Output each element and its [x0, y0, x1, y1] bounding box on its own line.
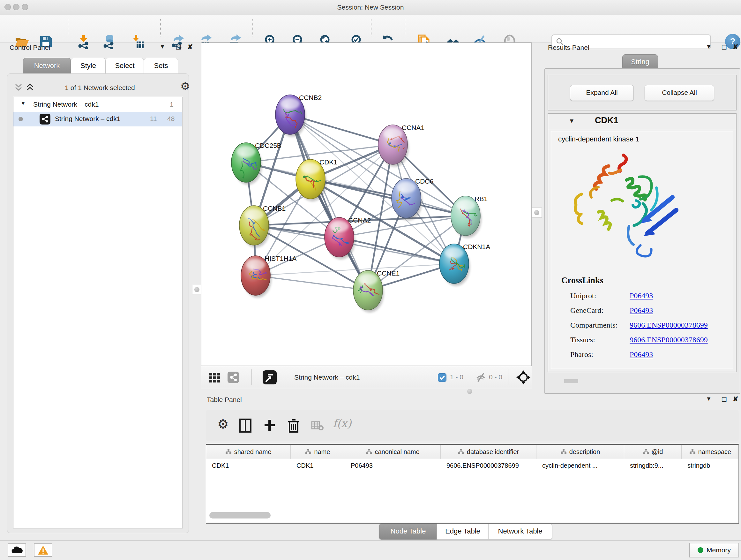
network-options-gear[interactable]: ⚙ [180, 81, 190, 91]
birdseye-grid-icon[interactable] [209, 372, 220, 383]
gene-description: cyclin-dependent kinase 1 [558, 135, 639, 143]
network-canvas[interactable]: CCNB2CCNA1CDC25BCDK1CDC6RB1CCNB1CCNA2CDK… [201, 43, 532, 366]
toolbar-divider [252, 369, 252, 385]
column-header-namespace[interactable]: namespace [682, 445, 739, 459]
panel-maximize-button[interactable]: ◻ [176, 43, 181, 51]
collapse-all-button[interactable]: Collapse All [645, 85, 714, 101]
column-header-label: canonical name [375, 448, 419, 455]
panel-close-button[interactable]: ✘ [733, 44, 738, 50]
expand-all-icon[interactable] [26, 83, 37, 91]
delete-column-icon[interactable] [287, 419, 300, 433]
node-CDC6[interactable]: CDC6 [392, 178, 433, 220]
crosslink-tissues[interactable]: 9606.ENSP00000378699 [630, 335, 708, 344]
column-header-name[interactable]: name [291, 445, 345, 459]
panel-float-button[interactable]: ▼ [706, 395, 712, 402]
column-header-label: database identifier [467, 448, 519, 455]
cloud-status-button[interactable] [8, 543, 26, 557]
column-header-description[interactable]: description [536, 445, 624, 459]
node-CDK1[interactable]: CDK1 [296, 159, 337, 201]
column-type-icon [225, 449, 232, 455]
panel-maximize-button[interactable]: ◻ [721, 395, 727, 403]
edge-CCNB2-CCNE1[interactable] [290, 115, 368, 290]
left-splitter-handle[interactable] [192, 285, 202, 294]
memory-label: Memory [706, 546, 731, 554]
node-CCNB1[interactable]: CCNB1 [239, 205, 286, 247]
column-header-shared-name[interactable]: shared name [206, 445, 291, 459]
crosslink-label: Pharos: [570, 350, 593, 359]
node-CDKN1A[interactable]: CDKN1A [440, 243, 490, 286]
selected-count: 1 - 0 [450, 373, 463, 381]
crosslink-pharos[interactable]: P06493 [630, 350, 653, 359]
column-header-label: description [569, 448, 600, 455]
network-graph[interactable]: CCNB2CCNA1CDC25BCDK1CDC6RB1CCNB1CCNA2CDK… [201, 43, 531, 366]
node-CCNE1[interactable]: CCNE1 [353, 269, 400, 312]
crosslink-compartments[interactable]: 9606.ENSP00000378699 [630, 321, 708, 329]
tab-network-table[interactable]: Network Table [488, 523, 552, 540]
node-RB1[interactable]: RB1 [451, 195, 488, 238]
panel-maximize-button[interactable]: ◻ [721, 43, 727, 51]
panel-float-button[interactable]: ▼ [159, 44, 165, 50]
crosslink-uniprot[interactable]: P06493 [630, 292, 653, 300]
show-columns-icon[interactable] [239, 419, 252, 433]
table-settings-gear[interactable]: ⚙ [217, 418, 229, 430]
tree-collapse-arrow-icon[interactable]: ▼ [20, 100, 26, 107]
column-header-canonical-name[interactable]: canonical name [345, 445, 441, 459]
node-CCNB2[interactable]: CCNB2 [275, 94, 322, 137]
node-HIST1H1A[interactable]: HIST1H1A [241, 255, 296, 298]
toolbar-separator [160, 19, 161, 37]
panel-close-button[interactable]: ✘ [187, 44, 193, 50]
delete-table-icon-disabled [311, 421, 324, 431]
add-column-icon[interactable] [263, 419, 276, 432]
column-type-icon [305, 449, 312, 455]
table-header-row[interactable]: shared namenamecanonical namedatabase id… [206, 445, 738, 459]
panel-close-button[interactable]: ✘ [733, 395, 738, 402]
hidden-count: 0 - 0 [489, 373, 502, 381]
tab-node-table[interactable]: Node Table [379, 523, 437, 540]
hscrollbar-thumb[interactable] [209, 512, 271, 518]
expand-all-button[interactable]: Expand All [570, 85, 634, 101]
tab-network[interactable]: Network [23, 58, 71, 74]
tab-node-table-label: Node Table [391, 527, 426, 535]
node-label-CDK1: CDK1 [320, 159, 337, 166]
memory-button[interactable]: Memory [689, 543, 739, 557]
network-status-dot [18, 117, 23, 121]
results-panel-title: Results Panel [548, 44, 590, 51]
warning-status-button[interactable] [34, 543, 52, 557]
edge-CCNA2-CDKN1A[interactable] [339, 237, 454, 264]
cloud-icon [11, 546, 23, 554]
network-tree-root-row[interactable]: ▼ String Network – cdk1 1 [13, 98, 182, 112]
tab-edge-table[interactable]: Edge Table [436, 523, 489, 540]
network-view-title: String Network – cdk1 [294, 366, 360, 388]
main-toolbar: ? [0, 15, 741, 43]
node-label-CCNE1: CCNE1 [377, 269, 400, 277]
node-label-CCNA1: CCNA1 [402, 124, 424, 131]
tab-sets-label: Sets [154, 62, 168, 70]
edge-HIST1H1A-CCNE1[interactable] [256, 275, 368, 290]
network-tree-child-row[interactable]: String Network – cdk1 11 48 [13, 112, 182, 126]
panel-float-button[interactable]: ▼ [706, 44, 712, 50]
table-cell: stringdb [682, 459, 739, 472]
crosslinks-title: CrossLinks [561, 275, 603, 286]
string-share-badge-icon[interactable] [227, 372, 239, 383]
crosslink-genecard[interactable]: P06493 [630, 306, 653, 315]
selected-checkbox-icon[interactable] [438, 373, 447, 382]
tab-string[interactable]: String [622, 54, 658, 70]
node-CCNA2[interactable]: CCNA2 [325, 216, 371, 259]
table-row[interactable]: CDK1CDK1P064939606.ENSP00000378699cyclin… [206, 459, 738, 472]
open-in-window-badge[interactable] [263, 370, 277, 384]
right-splitter-handle[interactable] [532, 207, 542, 218]
column-header-database-identifier[interactable]: database identifier [441, 445, 536, 459]
fit-content-crosshair-icon[interactable] [516, 370, 531, 385]
hidden-eye-slash-icon[interactable] [475, 372, 486, 383]
column-type-icon [458, 449, 464, 455]
column-header--id[interactable]: @id [624, 445, 682, 459]
table-hscrollbar[interactable] [207, 511, 737, 519]
node-CCNA1[interactable]: CCNA1 [378, 124, 424, 167]
results-scrollbar-piece[interactable] [564, 379, 578, 383]
tab-sets[interactable]: Sets [144, 58, 178, 74]
crosslink-label: GeneCard: [570, 306, 603, 315]
collapse-all-icon[interactable] [14, 83, 25, 91]
tab-select[interactable]: Select [106, 58, 144, 74]
tab-style[interactable]: Style [71, 58, 106, 74]
gene-collapse-arrow-icon[interactable]: ▼ [569, 118, 575, 125]
